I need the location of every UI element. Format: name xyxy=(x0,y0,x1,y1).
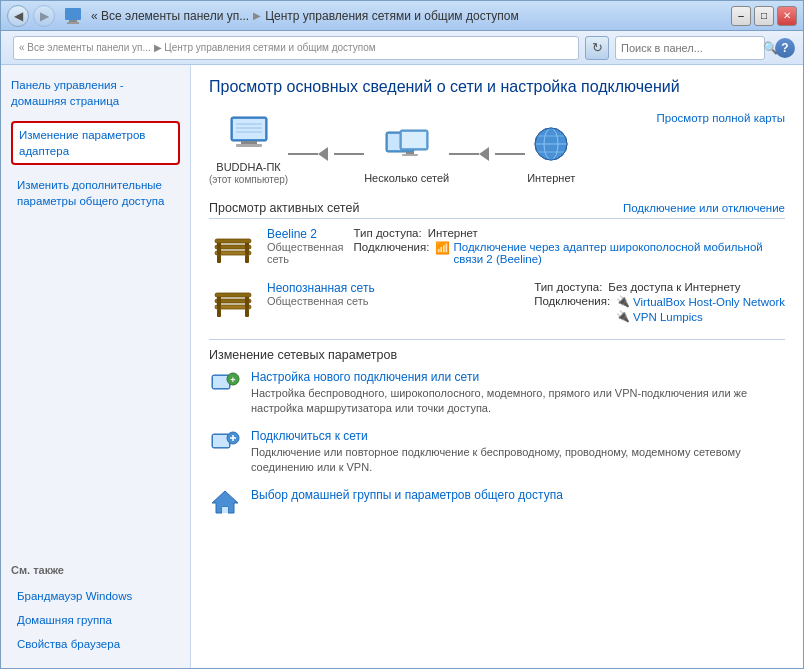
close-button[interactable]: ✕ xyxy=(777,6,797,26)
beeline-net-type: Общественная сеть xyxy=(267,241,344,265)
beeline-conn-label: Подключения: xyxy=(354,241,430,265)
svg-rect-16 xyxy=(402,154,418,156)
svg-marker-10 xyxy=(318,147,328,161)
active-networks-title: Просмотр активных сетей xyxy=(209,201,359,215)
multinet-icon xyxy=(381,123,433,167)
active-networks-header: Просмотр активных сетей Подключение или … xyxy=(209,201,785,219)
homegroup-link[interactable]: Выбор домашней группы и параметров общег… xyxy=(251,488,785,502)
sidebar: Панель управления - домашняя страница Из… xyxy=(1,65,191,668)
globe-icon xyxy=(525,123,577,167)
pc-node: BUDDHA-ПК (этот компьютер) xyxy=(209,112,288,185)
unrecognized-net-details: Тип доступа: Без доступа к Интернету Под… xyxy=(534,281,785,325)
homegroup-icon xyxy=(209,488,241,516)
svg-text:+: + xyxy=(230,375,235,385)
connect-disconnect-link[interactable]: Подключение или отключение xyxy=(623,202,785,214)
homegroup-text: Выбор домашней группы и параметров общег… xyxy=(251,488,785,504)
connect-to-network-desc: Подключение или повторное подключение к … xyxy=(251,446,741,473)
connect-to-network-text: Подключиться к сети Подключение или повт… xyxy=(251,429,785,476)
unrecognized-conn-value1[interactable]: VirtualBox Host-Only Network xyxy=(633,296,785,308)
unrecognized-net-type: Общественная сеть xyxy=(267,295,524,307)
sidebar-firewall-link[interactable]: Брандмауэр Windows xyxy=(11,584,180,608)
new-connection-icon: + xyxy=(209,370,241,398)
svg-rect-5 xyxy=(241,141,257,144)
maximize-button[interactable]: □ xyxy=(754,6,774,26)
beeline-conn-row: Подключения: 📶 Подключение через адаптер… xyxy=(354,241,785,265)
internet-label: Интернет xyxy=(527,171,575,185)
svg-marker-17 xyxy=(479,147,489,161)
change-network-section: Изменение сетевых параметров + Настройка… xyxy=(209,339,785,516)
sidebar-sharing-settings-link[interactable]: Изменить дополнительные параметры общего… xyxy=(11,173,180,213)
network-item-beeline: Beeline 2 Общественная сеть Тип доступа:… xyxy=(209,227,785,267)
view-full-map-link[interactable]: Просмотр полной карты xyxy=(656,112,785,124)
new-connection-link[interactable]: Настройка нового подключения или сети xyxy=(251,370,785,384)
beeline-conn-value[interactable]: Подключение через адаптер широкополосной… xyxy=(453,241,785,265)
search-box[interactable]: 🔍 xyxy=(615,36,765,60)
titlebar: ◀ ▶ « Все элементы панели уп... ▶ Центр … xyxy=(1,1,803,31)
back-button[interactable]: ◀ xyxy=(7,5,29,27)
svg-rect-30 xyxy=(215,239,251,243)
svg-rect-37 xyxy=(215,293,251,297)
connector1 xyxy=(288,147,364,161)
beeline-net-info: Beeline 2 Общественная сеть xyxy=(267,227,344,265)
breadcrumb-full: « Все элементы панели уп... ▶ Центр упра… xyxy=(19,42,376,53)
connector2 xyxy=(449,147,525,161)
svg-rect-39 xyxy=(213,376,229,388)
sidebar-homegroup-link[interactable]: Домашняя группа xyxy=(11,608,180,632)
svg-rect-2 xyxy=(67,22,79,24)
network-diagram: BUDDHA-ПК (этот компьютер) xyxy=(209,112,785,185)
change-section-title: Изменение сетевых параметров xyxy=(209,348,785,362)
beeline-access-row: Тип доступа: Интернет xyxy=(354,227,785,239)
sidebar-browser-props-link[interactable]: Свойства браузера xyxy=(11,632,180,656)
svg-rect-6 xyxy=(236,144,262,147)
breadcrumb-short: « Все элементы панели уп... xyxy=(91,9,249,23)
svg-rect-4 xyxy=(233,119,265,139)
search-input[interactable] xyxy=(621,42,759,54)
beeline-access-value: Интернет xyxy=(428,227,478,239)
help-button[interactable]: ? xyxy=(775,38,795,58)
refresh-button[interactable]: ↻ xyxy=(585,36,609,60)
unrecognized-net-icon xyxy=(209,281,257,321)
content-area: Просмотр основных сведений о сети и наст… xyxy=(191,65,803,668)
vpn-icon: 🔌 xyxy=(616,310,630,323)
unrecognized-access-row: Тип доступа: Без доступа к Интернету xyxy=(534,281,785,293)
network-item-unrecognized: Неопознанная сеть Общественная сеть Тип … xyxy=(209,281,785,325)
sidebar-also-label: См. также xyxy=(11,564,180,576)
titlebar-left: ◀ ▶ « Все элементы панели уп... ▶ Центр … xyxy=(7,5,519,27)
svg-rect-34 xyxy=(245,309,249,317)
multinet-node: Несколько сетей xyxy=(364,123,449,185)
svg-rect-1 xyxy=(69,20,77,22)
main-area: Панель управления - домашняя страница Из… xyxy=(1,65,803,668)
titlebar-controls: – □ ✕ xyxy=(731,6,797,26)
new-connection-desc: Настройка беспроводного, широкополосного… xyxy=(251,387,747,414)
minimize-button[interactable]: – xyxy=(731,6,751,26)
svg-rect-27 xyxy=(245,255,249,263)
sidebar-adapter-settings-link[interactable]: Изменение параметров адаптера xyxy=(11,121,180,165)
internet-node: Интернет xyxy=(525,123,577,185)
unrecognized-conn-row: Подключения: 🔌 VirtualBox Host-Only Netw… xyxy=(534,295,785,323)
cp-icon xyxy=(63,6,83,26)
multinet-label: Несколько сетей xyxy=(364,171,449,185)
beeline-net-name[interactable]: Beeline 2 xyxy=(267,227,344,241)
unrecognized-conn-label: Подключения: xyxy=(534,295,610,323)
new-connection-text: Настройка нового подключения или сети На… xyxy=(251,370,785,417)
pc-icon xyxy=(223,112,275,156)
svg-rect-48 xyxy=(222,507,228,513)
beeline-net-details: Тип доступа: Интернет Подключения: 📶 Под… xyxy=(354,227,785,267)
beeline-net-icon xyxy=(209,227,257,267)
addressbar: « Все элементы панели уп... ▶ Центр упра… xyxy=(1,31,803,65)
breadcrumb-current: Центр управления сетями и общим доступом xyxy=(265,9,519,23)
sidebar-home-link[interactable]: Панель управления - домашняя страница xyxy=(11,77,180,109)
svg-rect-15 xyxy=(406,152,414,154)
address-box[interactable]: « Все элементы панели уп... ▶ Центр упра… xyxy=(13,36,579,60)
change-item-homegroup: Выбор домашней группы и параметров общег… xyxy=(209,488,785,516)
forward-button[interactable]: ▶ xyxy=(33,5,55,27)
sidebar-bottom: См. также Брандмауэр Windows Домашняя гр… xyxy=(11,552,180,656)
wifi-icon: 📶 xyxy=(435,241,450,255)
pc-label: BUDDHA-ПК xyxy=(216,160,280,174)
window: ◀ ▶ « Все элементы панели уп... ▶ Центр … xyxy=(0,0,804,669)
unrecognized-conn-value2[interactable]: VPN Lumpics xyxy=(633,311,703,323)
vbox-icon: 🔌 xyxy=(616,295,630,308)
connect-to-network-link[interactable]: Подключиться к сети xyxy=(251,429,785,443)
unrecognized-access-label: Тип доступа: xyxy=(534,281,602,293)
unrecognized-net-name[interactable]: Неопознанная сеть xyxy=(267,281,524,295)
